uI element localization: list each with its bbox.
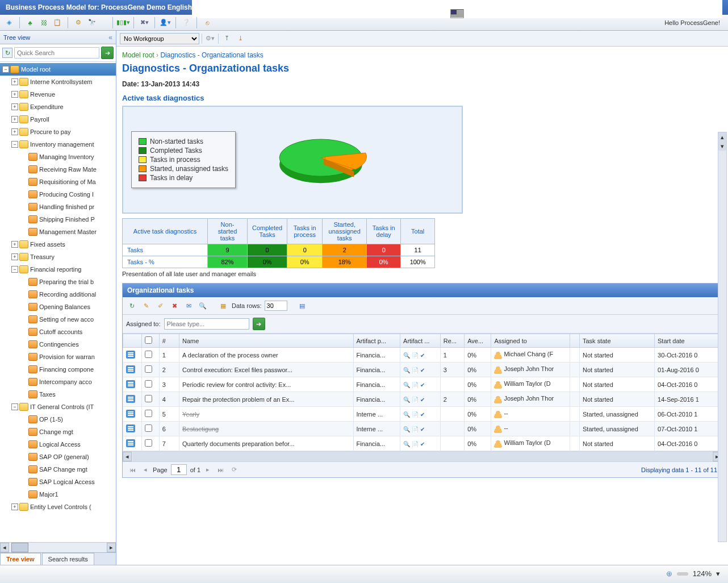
table-row[interactable]: 1A declaration of the process ownerFinan… [123,348,722,363]
expand-icon[interactable]: + [11,128,18,135]
column-header[interactable]: Artifact ... [400,334,441,348]
tree-item[interactable]: Change mgt [0,426,116,438]
tree-item[interactable]: Taxes [0,388,116,401]
row-checkbox[interactable] [145,410,152,417]
expand-icon[interactable]: + [11,503,18,510]
row-checkbox[interactable] [145,380,152,388]
tree-item[interactable]: Shipping Finished P [0,213,116,226]
expand-icon[interactable]: + [11,91,18,98]
tab-search-results[interactable]: Search results [42,553,94,565]
tree-item[interactable]: Contingencies [0,338,116,351]
v-scrollbar[interactable]: ▴▾ [718,132,727,542]
column-header[interactable] [142,334,160,348]
tree-item[interactable]: SAP Change mgt [0,463,116,476]
binoculars-icon[interactable]: 🔭 [86,17,98,28]
row-detail-icon[interactable] [126,410,135,418]
tools-icon[interactable]: ✖▾ [139,17,150,28]
column-header[interactable] [123,334,142,348]
table-row[interactable]: 2Control execution: Excel files passwor.… [123,363,722,377]
mail-icon[interactable]: ✉ [183,300,194,311]
filter-go-button[interactable]: ➔ [253,318,265,330]
gear2-icon[interactable]: ⚙▾ [204,33,216,44]
column-header[interactable]: Name [179,334,354,348]
expand-icon[interactable]: + [11,116,18,123]
edit-icon[interactable]: ✐ [154,300,166,311]
tree-root[interactable]: − Model root [0,63,116,76]
pager-refresh-icon[interactable]: ⟳ [229,466,239,473]
collapse-icon[interactable]: « [108,34,112,41]
clipboard-icon[interactable]: 📋 [52,17,63,28]
zoom-fit-icon[interactable]: ⊕ [666,569,672,578]
row-checkbox[interactable] [145,424,152,432]
pager-prev-icon[interactable]: ◂ [141,466,149,473]
chart-icon[interactable]: ▮▯▮▾ [118,17,129,28]
table-row[interactable]: 6BestaetigungInterne ...🔍 📄 ✔0%--Started… [123,422,722,436]
hierarchy-icon[interactable]: ⛓ [38,17,49,28]
tree-item[interactable]: +Entity Level Controls ( [0,501,116,513]
tree-item[interactable]: Recording additional [0,288,116,301]
zoom-dropdown-icon[interactable]: ▾ [716,569,720,578]
tree-item[interactable]: Opening Balances [0,301,116,313]
tree-item[interactable]: Producing Costing I [0,188,116,201]
grid-icon[interactable]: ▦ [217,300,229,311]
expand-icon[interactable]: − [11,141,18,148]
row-checkbox[interactable] [145,351,152,358]
row-detail-icon[interactable] [126,365,135,373]
row-checkbox[interactable] [145,365,152,373]
tree-item[interactable]: Major1 [0,488,116,501]
row-detail-icon[interactable] [126,395,135,403]
row-checkbox[interactable] [145,439,152,447]
artifact-icons[interactable]: 🔍 📄 ✔ [403,382,425,388]
expand-icon[interactable]: − [2,66,9,73]
expand-icon[interactable]: − [11,266,18,273]
tree-item[interactable]: Receiving Raw Mate [0,163,116,176]
grid-h-scrollbar[interactable]: ◂▸ [123,451,722,461]
column-header[interactable]: Artifact p... [353,334,400,348]
tree-item[interactable]: Financing compone [0,363,116,376]
table-row[interactable]: 4Repair the protection problem of an Ex.… [123,392,722,407]
tree-item[interactable]: −Financial reporting [0,263,116,276]
pager-first-icon[interactable]: ⏮ [127,467,138,473]
search-go-button[interactable]: ➔ [101,47,114,59]
artifact-icons[interactable]: 🔍 📄 ✔ [403,367,425,373]
assigned-to-input[interactable] [164,318,249,330]
artifact-icons[interactable]: 🔍 📄 ✔ [403,411,425,418]
tree-item[interactable]: Intercompany acco [0,376,116,388]
user-icon[interactable]: 👤▾ [160,17,171,28]
row-detail-icon[interactable] [126,439,135,447]
row-detail-icon[interactable] [126,380,135,388]
tree-item[interactable]: OP (1-5) [0,413,116,426]
tree-item[interactable]: +Revenue [0,88,116,101]
expand-icon[interactable]: + [11,241,18,248]
tree-item[interactable]: −Inventory management [0,138,116,151]
column-header[interactable]: Re... [440,334,464,348]
tree-item[interactable]: +Interne Kontrollsystem [0,76,116,88]
row-detail-icon[interactable] [126,351,135,359]
table-row[interactable]: 5YearlyInterne ...🔍 📄 ✔0%--Started, unas… [123,407,722,422]
workgroup-select[interactable]: No Workgroup [120,33,199,44]
tree-item[interactable]: +Procure to pay [0,126,116,138]
column-header[interactable]: Ave... [465,334,491,348]
flag-icon[interactable] [450,9,464,18]
column-header[interactable]: Task state [579,334,654,348]
cube-icon[interactable]: ◈ [3,17,15,28]
zoom-icon[interactable]: 🔍 [197,300,208,311]
import-icon[interactable]: ⤓ [235,33,246,44]
tree-item[interactable]: SAP Logical Access [0,476,116,488]
column-header[interactable] [570,334,580,348]
delete-icon[interactable]: ✖ [169,300,180,311]
table-row[interactable]: 7Quarterly documents preparation befor..… [123,436,722,451]
tree-item[interactable]: SAP OP (general) [0,451,116,463]
tree-item[interactable]: +Payroll [0,113,116,126]
tree-item[interactable]: Managing Inventory [0,151,116,163]
select-all-checkbox[interactable] [145,336,152,344]
pager-last-icon[interactable]: ⏭ [215,467,226,473]
expand-icon[interactable]: − [11,403,18,410]
tree-item[interactable]: Preparing the trial b [0,276,116,288]
exit-icon[interactable]: ⎋ [202,17,213,28]
expand-icon[interactable]: + [11,78,18,85]
refresh-icon[interactable]: ↻ [2,48,12,58]
help-icon[interactable]: ❔ [181,17,192,28]
expand-icon[interactable]: + [11,253,18,260]
expand-icon[interactable]: + [11,103,18,110]
